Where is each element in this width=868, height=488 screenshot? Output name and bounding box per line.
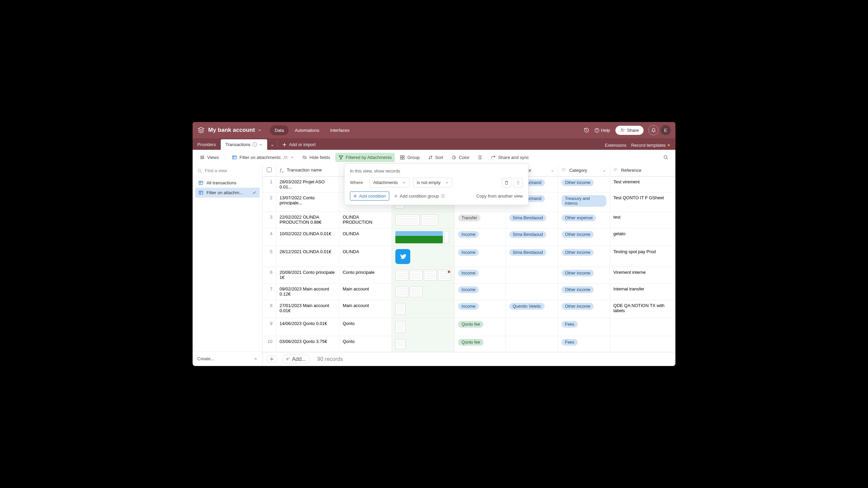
- cell-reference[interactable]: Testing spot pay Prod: [610, 246, 675, 267]
- nav-automations[interactable]: Automations: [290, 125, 324, 135]
- views-button[interactable]: Views: [197, 153, 222, 162]
- nav-interfaces[interactable]: Interfaces: [326, 125, 354, 135]
- cell-category[interactable]: Other income: [558, 300, 610, 318]
- cell-counterpart[interactable]: Main account: [339, 283, 392, 300]
- add-or-import-button[interactable]: Add or import: [278, 139, 320, 150]
- drag-handle-icon[interactable]: [513, 178, 523, 187]
- notifications-icon[interactable]: [648, 125, 658, 135]
- chevron-down-icon[interactable]: [259, 143, 262, 146]
- cell-reference[interactable]: gelato: [610, 228, 675, 246]
- cell-transaction-name[interactable]: 22/02/2022 OLINDA PRODUCTION 0.88€: [276, 211, 339, 228]
- delete-condition-icon[interactable]: [502, 178, 511, 187]
- share-sync-button[interactable]: Share and sync: [488, 153, 532, 162]
- cell-category[interactable]: Treasury and interco: [558, 192, 610, 211]
- find-view-input[interactable]: Find a view: [193, 165, 262, 177]
- cell-attachments[interactable]: [392, 246, 455, 267]
- cell-counterpart[interactable]: Conto principale: [339, 267, 392, 283]
- chevron-down-icon[interactable]: [291, 156, 294, 159]
- cell-reference[interactable]: Test QONTO IT F GSheet: [610, 192, 675, 211]
- table-row[interactable]: 528/12/2021 OLINDA 0.01€OLINDAIncomeSima…: [263, 246, 675, 267]
- cell-counterpart[interactable]: Qonto: [339, 336, 392, 352]
- cell-side[interactable]: Transfer: [455, 211, 506, 228]
- cell-initiator[interactable]: [506, 318, 558, 336]
- filter-button[interactable]: Filtered by Attachments: [335, 153, 395, 162]
- cell-initiator[interactable]: Sima Bendaoud: [506, 246, 558, 267]
- history-icon[interactable]: [581, 125, 592, 135]
- col-reference[interactable]: Reference: [610, 165, 675, 176]
- cell-transaction-name[interactable]: 27/01/2023 Main account 0.01€: [276, 300, 339, 318]
- cell-initiator[interactable]: Sima Bendaoud: [506, 228, 558, 246]
- cell-counterpart[interactable]: Qonto: [339, 318, 392, 336]
- row-height-button[interactable]: [474, 153, 486, 162]
- share-button[interactable]: Share: [615, 126, 644, 135]
- tab-providers[interactable]: Providers: [193, 139, 221, 150]
- chevron-down-icon[interactable]: ⌄: [603, 167, 606, 172]
- add-condition-button[interactable]: Add condition: [350, 191, 389, 201]
- cell-category[interactable]: Other income: [558, 228, 610, 246]
- cell-counterpart[interactable]: OLINDA: [339, 228, 392, 246]
- help-button[interactable]: Help: [594, 128, 610, 133]
- table-row[interactable]: 620/08/2021 Conto principale 1€Conto pri…: [263, 267, 675, 283]
- cell-reference[interactable]: Internal transfer: [610, 283, 675, 300]
- sidebar-view-all-transactions[interactable]: All transactions: [195, 178, 260, 188]
- cell-initiator[interactable]: [506, 267, 558, 283]
- cell-attachments[interactable]: [392, 336, 455, 352]
- cell-category[interactable]: Fees: [558, 318, 610, 336]
- cell-initiator[interactable]: Quentin Veletic: [506, 300, 558, 318]
- base-title[interactable]: My bank account: [208, 127, 255, 134]
- cell-reference[interactable]: test: [610, 211, 675, 228]
- cell-reference[interactable]: Test virement: [610, 176, 675, 192]
- cell-attachments[interactable]: [392, 318, 455, 336]
- cell-initiator[interactable]: [506, 283, 558, 300]
- cell-reference[interactable]: QDE QA NOTION TX with labels: [610, 300, 675, 318]
- add-row-button[interactable]: [266, 355, 277, 363]
- cell-side[interactable]: Income: [455, 267, 506, 283]
- copy-from-view-button[interactable]: Copy from another view: [476, 194, 523, 199]
- operator-select[interactable]: is not empty: [413, 178, 452, 187]
- chevron-down-icon[interactable]: ⌄: [551, 167, 554, 172]
- user-avatar[interactable]: E: [660, 125, 671, 135]
- cell-initiator[interactable]: Sima Bendaoud: [506, 211, 558, 228]
- cell-side[interactable]: Qonto fee: [455, 318, 506, 336]
- cell-category[interactable]: Fees: [558, 336, 610, 352]
- extensions-link[interactable]: Extensions: [605, 143, 627, 148]
- create-view-button[interactable]: Create...: [193, 351, 262, 366]
- hide-fields-button[interactable]: Hide fields: [299, 153, 333, 162]
- cell-counterpart[interactable]: OLINDA PRODUCTION: [339, 211, 392, 228]
- cell-side[interactable]: Income: [455, 228, 506, 246]
- nav-data[interactable]: Data: [270, 125, 289, 135]
- table-row[interactable]: 709/02/2023 Main account 0.12€Main accou…: [263, 283, 675, 300]
- sidebar-view-filter-attachments[interactable]: Filter on attachm...: [195, 188, 260, 198]
- cell-category[interactable]: Other income: [558, 267, 610, 283]
- cell-attachments[interactable]: [392, 211, 455, 228]
- cell-transaction-name[interactable]: 20/08/2021 Conto principale 1€: [276, 267, 339, 283]
- cell-attachments[interactable]: [392, 300, 455, 318]
- cell-transaction-name[interactable]: 10/02/2022 OLINDA 0.01€: [276, 228, 339, 246]
- cell-category[interactable]: Other expense: [558, 211, 610, 228]
- cell-transaction-name[interactable]: 03/06/2023 Qonto 3.75€: [276, 336, 339, 352]
- cell-side[interactable]: Income: [455, 300, 506, 318]
- cell-transaction-name[interactable]: 28/12/2021 OLINDA 0.01€: [276, 246, 339, 267]
- table-row[interactable]: 914/06/2023 Qonto 0.01€QontoQonto feeFee…: [263, 318, 675, 336]
- cell-reference[interactable]: [610, 336, 675, 352]
- select-all-checkbox[interactable]: [263, 165, 276, 176]
- field-select[interactable]: Attachments: [370, 178, 410, 187]
- current-view-button[interactable]: Filter on attachments: [229, 153, 297, 162]
- tabs-overflow-caret[interactable]: [267, 141, 277, 150]
- table-row[interactable]: 1003/06/2023 Qonto 3.75€QontoQonto feeFe…: [263, 336, 675, 352]
- cell-reference[interactable]: Virement interne: [610, 267, 675, 283]
- group-button[interactable]: Group: [397, 153, 422, 162]
- table-row[interactable]: 827/01/2023 Main account 0.01€Main accou…: [263, 300, 675, 318]
- cell-reference[interactable]: [610, 318, 675, 336]
- cell-transaction-name[interactable]: 09/02/2023 Main account 0.12€: [276, 283, 339, 300]
- cell-side[interactable]: Qonto fee: [455, 336, 506, 352]
- table-row[interactable]: 410/02/2022 OLINDA 0.01€OLINDAIncomeSima…: [263, 228, 675, 246]
- cell-counterpart[interactable]: OLINDA: [339, 246, 392, 267]
- add-condition-group-button[interactable]: Add condition group: [394, 194, 446, 199]
- cell-side[interactable]: Income: [455, 246, 506, 267]
- cell-attachments[interactable]: [392, 267, 455, 283]
- color-button[interactable]: Color: [448, 153, 472, 162]
- cell-category[interactable]: Other income: [558, 283, 610, 300]
- col-transaction-name[interactable]: ƒx Transaction name: [276, 165, 339, 176]
- cell-attachments[interactable]: [392, 228, 455, 246]
